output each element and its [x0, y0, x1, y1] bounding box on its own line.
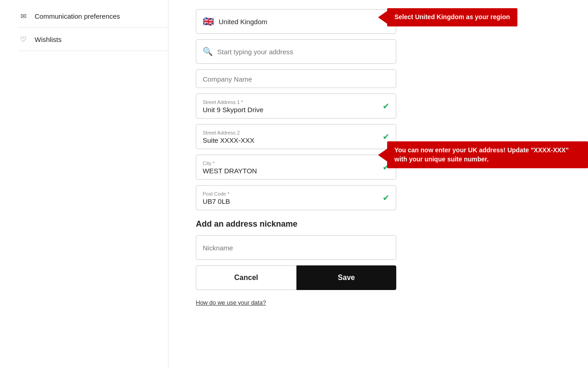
region-field-group: 🇬🇧 United Kingdom ▾	[196, 9, 396, 34]
data-usage-link[interactable]: How do we use your data?	[196, 299, 266, 306]
address-callout-text: You can now enter your UK address! Updat…	[387, 141, 588, 168]
address-search-box[interactable]: 🔍	[196, 39, 396, 64]
postcode-label: Post Code *	[203, 191, 376, 197]
region-callout: Select United Kingdom as your region	[378, 8, 517, 26]
region-callout-text: Select United Kingdom as your region	[387, 8, 517, 26]
heart-icon: ♡	[18, 34, 28, 44]
sidebar-item-label-communication: Communication preferences	[35, 12, 120, 20]
city-input[interactable]	[203, 167, 376, 175]
sidebar: ✉ Communication preferences ♡ Wishlists	[0, 0, 169, 368]
form-buttons: Cancel Save	[196, 265, 396, 290]
postcode-check-icon: ✔	[383, 193, 389, 203]
address-callout-arrow	[378, 149, 387, 161]
uk-flag-icon: 🇬🇧	[203, 16, 214, 27]
street2-label: Street Address 2	[203, 130, 376, 135]
city-label: City *	[203, 161, 376, 166]
search-icon: 🔍	[203, 47, 213, 57]
region-value: United Kingdom	[219, 18, 386, 26]
street2-field: Street Address 2 ✔	[196, 124, 396, 149]
cancel-button[interactable]: Cancel	[196, 265, 297, 290]
address-search-group: 🔍	[196, 39, 396, 64]
address-form: 🇬🇧 United Kingdom ▾ 🔍	[196, 9, 396, 306]
sidebar-item-label-wishlists: Wishlists	[35, 36, 61, 43]
street2-check-icon: ✔	[383, 132, 389, 142]
postcode-input[interactable]	[203, 197, 376, 205]
region-callout-arrow	[378, 11, 387, 24]
company-name-field	[196, 69, 396, 88]
company-name-group	[196, 69, 396, 88]
street1-field: Street Address 1 * ✔	[196, 93, 396, 119]
postcode-field: Post Code * ✔	[196, 185, 396, 210]
postcode-group: Post Code * ✔	[196, 185, 396, 210]
address-search-input[interactable]	[217, 48, 389, 56]
street1-group: Street Address 1 * ✔	[196, 93, 396, 119]
company-name-input[interactable]	[203, 75, 376, 83]
region-select[interactable]: 🇬🇧 United Kingdom ▾	[196, 9, 396, 34]
save-button[interactable]: Save	[297, 265, 396, 290]
nickname-field[interactable]	[196, 235, 396, 260]
nickname-input[interactable]	[203, 244, 389, 252]
street1-check-icon: ✔	[383, 101, 389, 111]
street1-input[interactable]	[203, 106, 376, 114]
sidebar-item-wishlists[interactable]: ♡ Wishlists	[18, 28, 168, 51]
street1-label: Street Address 1 *	[203, 99, 376, 105]
main-content: 🇬🇧 United Kingdom ▾ 🔍	[169, 0, 588, 368]
nickname-section-title: Add an address nickname	[196, 219, 396, 229]
address-callout: You can now enter your UK address! Updat…	[378, 141, 588, 168]
street2-input[interactable]	[203, 136, 376, 144]
street2-group: Street Address 2 ✔	[196, 124, 396, 149]
city-field: City * ✔	[196, 155, 396, 180]
email-icon: ✉	[18, 11, 28, 21]
city-group: City * ✔	[196, 155, 396, 180]
sidebar-item-communication[interactable]: ✉ Communication preferences	[18, 5, 168, 28]
